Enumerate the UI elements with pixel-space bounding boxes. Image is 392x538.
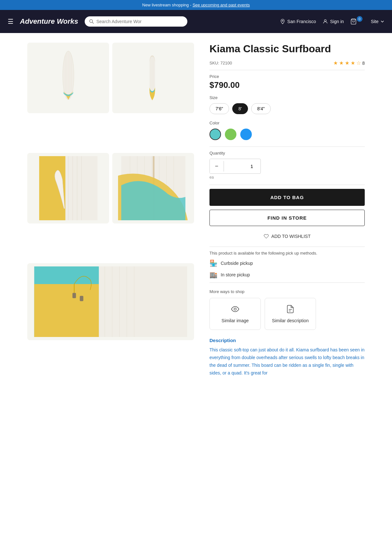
- sku-value: 72100: [220, 61, 232, 65]
- cart-button[interactable]: 0: [350, 18, 364, 25]
- divider-3: [209, 185, 365, 185]
- sign-in-button[interactable]: Sign in: [322, 19, 344, 24]
- cart-badge: 0: [357, 16, 362, 22]
- surfboard-image-2: [147, 46, 160, 110]
- instore-pickup: 🏬 In store pickup: [209, 271, 365, 279]
- surfboard-detail-image: [27, 266, 194, 337]
- product-details: Kiama Classic Surfboard SKU: 72100 ★ ★ ★…: [209, 43, 365, 377]
- color-swatch-blue[interactable]: [240, 129, 252, 140]
- divider-2: [209, 147, 365, 147]
- rating-count: 8: [362, 61, 365, 66]
- color-label: Color: [209, 121, 365, 125]
- sku-label: SKU:: [209, 61, 219, 65]
- more-ways-title: More ways to shop: [209, 289, 365, 294]
- location-icon: [280, 19, 285, 24]
- building-icon: 🏬: [209, 271, 217, 279]
- star-2: ★: [339, 60, 344, 66]
- quantity-label: Quantity: [209, 151, 365, 156]
- store-icon: 🏪: [209, 259, 217, 267]
- star-half: ☆: [356, 60, 361, 66]
- star-1: ★: [333, 60, 338, 66]
- divider-1: [209, 70, 365, 70]
- quantity-input[interactable]: [224, 161, 261, 172]
- surfboard-image-1: [55, 46, 81, 110]
- star-4: ★: [351, 60, 355, 66]
- surfboard-design-image: [118, 156, 189, 220]
- color-swatch-green[interactable]: [225, 129, 236, 140]
- product-rating: ★ ★ ★ ★ ☆ 8: [333, 60, 365, 66]
- document-icon: [286, 305, 295, 315]
- product-title: Kiama Classic Surfboard: [209, 43, 365, 55]
- color-swatch-teal[interactable]: [209, 129, 221, 140]
- search-bar: [85, 16, 187, 27]
- similar-description-label: Similar description: [272, 318, 309, 323]
- svg-point-3: [324, 20, 326, 21]
- instore-pickup-label: In store pickup: [221, 272, 250, 277]
- description-text: This classic soft-top can just about do …: [209, 346, 365, 377]
- cart-icon: [350, 18, 357, 25]
- pickup-section: This product is available for the follow…: [209, 251, 365, 279]
- svg-line-1: [92, 22, 93, 23]
- quantity-control: − +: [209, 159, 261, 174]
- similar-image-label: Similar image: [222, 318, 249, 323]
- quantity-unit: ea: [209, 175, 365, 180]
- banner-text: New livestream shopping -: [142, 3, 192, 7]
- size-option-84[interactable]: 8'4": [251, 103, 271, 114]
- surfboard-fin-image: [36, 156, 100, 220]
- site-selector[interactable]: Site: [371, 19, 384, 24]
- more-ways-grid: Similar image Similar description: [209, 298, 365, 330]
- pickup-title: This product is available for the follow…: [209, 251, 365, 256]
- curbside-pickup-label: Curbside pickup: [221, 261, 253, 266]
- svg-rect-32: [34, 284, 99, 337]
- add-to-bag-button[interactable]: ADD TO BAG: [209, 189, 365, 206]
- svg-point-2: [282, 20, 283, 21]
- site-logo[interactable]: Adventure Works: [20, 17, 78, 26]
- heart-icon: [264, 234, 269, 239]
- eye-icon: [231, 305, 240, 315]
- user-icon: [322, 19, 328, 24]
- product-images: [27, 43, 194, 377]
- promo-banner: New livestream shopping - See upcoming a…: [0, 0, 392, 10]
- find-in-store-button[interactable]: FIND IN STORE: [209, 210, 365, 226]
- product-meta: SKU: 72100 ★ ★ ★ ★ ☆ 8: [209, 60, 365, 66]
- size-option-76[interactable]: 7'6": [209, 103, 229, 114]
- product-image-1: [27, 43, 109, 113]
- description-section: Description This classic soft-top can ju…: [209, 338, 365, 377]
- product-image-5: [27, 263, 194, 340]
- divider-5: [209, 282, 365, 283]
- chevron-down-icon: [380, 20, 384, 23]
- product-image-3: [27, 153, 109, 223]
- product-price: $790.00: [209, 80, 365, 90]
- location-label: San Francisco: [287, 19, 316, 24]
- similar-image-card[interactable]: Similar image: [209, 298, 261, 330]
- site-header: ☰ Adventure Works San Francisco Sign in: [0, 10, 392, 33]
- page-content: Kiama Classic Surfboard SKU: 72100 ★ ★ ★…: [20, 33, 372, 387]
- hamburger-icon[interactable]: ☰: [8, 18, 13, 25]
- search-icon: [89, 19, 94, 24]
- header-actions: San Francisco Sign in 0 Site: [280, 18, 384, 25]
- svg-rect-39: [72, 293, 76, 298]
- curbside-pickup: 🏪 Curbside pickup: [209, 259, 365, 267]
- add-to-wishlist-button[interactable]: ADD TO WISHLIST: [209, 231, 365, 241]
- size-label: Size: [209, 95, 365, 100]
- star-3: ★: [345, 60, 349, 66]
- product-image-2: [112, 43, 194, 113]
- svg-rect-41: [80, 296, 83, 301]
- color-options: [209, 129, 365, 140]
- product-sku: SKU: 72100: [209, 61, 232, 65]
- banner-link[interactable]: See upcoming and past events: [192, 3, 250, 7]
- search-input[interactable]: [97, 19, 183, 24]
- similar-description-card[interactable]: Similar description: [265, 298, 316, 330]
- wishlist-label: ADD TO WISHLIST: [271, 234, 311, 239]
- description-title: Description: [209, 338, 365, 343]
- size-options: 7'6" 8' 8'4": [209, 103, 365, 114]
- size-option-8[interactable]: 8': [232, 103, 248, 114]
- product-image-4: [112, 153, 194, 223]
- site-label: Site: [371, 19, 379, 24]
- location-selector[interactable]: San Francisco: [280, 19, 316, 24]
- svg-point-42: [234, 308, 236, 310]
- sign-in-label: Sign in: [330, 19, 344, 24]
- price-label: Price: [209, 74, 365, 79]
- more-ways-section: More ways to shop Similar image: [209, 289, 365, 330]
- quantity-decrease-button[interactable]: −: [210, 159, 224, 173]
